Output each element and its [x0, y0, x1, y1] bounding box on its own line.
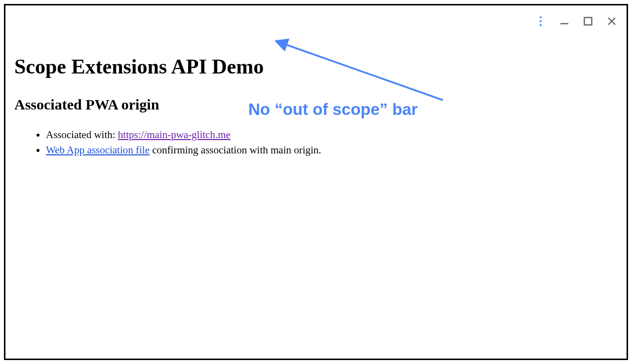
svg-rect-4	[585, 18, 592, 25]
svg-point-0	[540, 16, 542, 18]
annotation-label: No “out of scope” bar	[248, 100, 418, 119]
app-window-frame: Scope Extensions API Demo Associated PWA…	[4, 4, 628, 360]
list-item-suffix: confirming association with main origin.	[150, 144, 321, 156]
list-item-prefix: Associated with:	[46, 129, 118, 141]
associated-origin-link[interactable]: https://main-pwa-glitch.me	[118, 129, 231, 141]
more-vert-icon[interactable]	[535, 15, 547, 27]
maximize-icon[interactable]	[582, 15, 594, 27]
page-content: Scope Extensions API Demo Associated PWA…	[5, 5, 627, 168]
list-item: Web App association file confirming asso…	[46, 143, 618, 157]
association-file-link[interactable]: Web App association file	[46, 144, 150, 156]
titlebar	[535, 15, 618, 27]
minimize-icon[interactable]	[558, 15, 570, 27]
close-icon[interactable]	[606, 15, 618, 27]
svg-point-2	[540, 24, 542, 26]
list-item: Associated with: https://main-pwa-glitch…	[46, 128, 618, 142]
page-title: Scope Extensions API Demo	[14, 55, 618, 78]
association-list: Associated with: https://main-pwa-glitch…	[14, 128, 618, 158]
svg-point-1	[540, 20, 542, 22]
